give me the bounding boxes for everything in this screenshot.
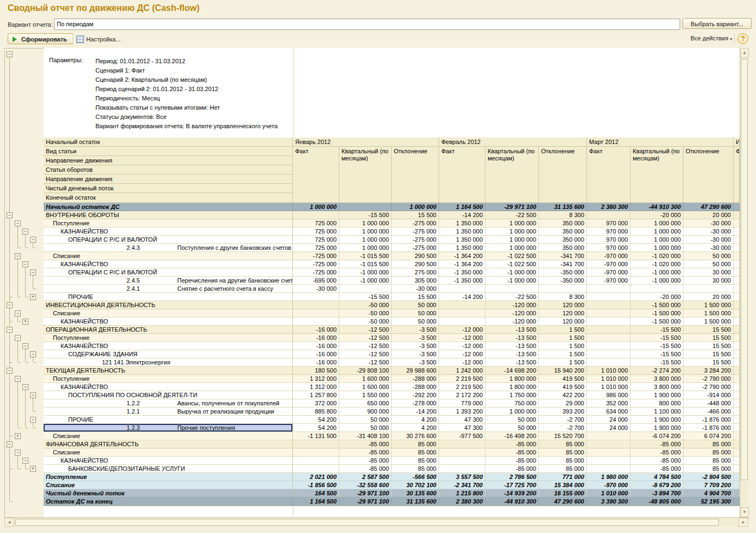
value-cell[interactable]: 725 000 [293, 236, 339, 244]
value-cell[interactable]: 970 000 [587, 227, 631, 236]
value-cell[interactable] [439, 285, 485, 293]
value-cell[interactable]: -16 000 [293, 342, 339, 350]
value-cell[interactable]: 419 500 [539, 383, 587, 391]
value-cell[interactable]: 1 312 000 [293, 383, 339, 391]
value-cell[interactable]: 31 135 600 [392, 498, 439, 506]
value-cell[interactable]: -85 000 [485, 465, 539, 473]
value-cell[interactable]: 1 350 000 [439, 219, 485, 227]
value-cell[interactable]: 2 786 500 [485, 473, 539, 481]
value-cell[interactable] [587, 342, 631, 350]
value-cell[interactable]: 1 010 000 [587, 489, 631, 498]
value-cell[interactable]: -13 500 [485, 326, 539, 334]
row-label[interactable]: Поступление [44, 375, 293, 383]
value-cell[interactable]: -695 000 [293, 277, 339, 285]
value-cell[interactable]: 1 257 800 [293, 391, 339, 399]
value-cell[interactable] [339, 285, 392, 293]
value-cell[interactable]: 350 000 [539, 236, 587, 244]
value-cell[interactable]: -85 000 [339, 440, 392, 448]
value-cell[interactable]: 1 900 000 [631, 416, 683, 424]
value-cell[interactable] [587, 432, 631, 440]
value-cell[interactable] [293, 457, 339, 465]
value-cell[interactable]: -16 498 200 [485, 432, 539, 440]
value-cell[interactable]: 393 200 [539, 408, 587, 416]
value-cell[interactable]: 2 021 000 [293, 473, 339, 481]
value-cell[interactable]: 50 000 [683, 252, 734, 260]
value-cell[interactable]: -2 790 000 [683, 375, 734, 383]
value-cell[interactable]: 1 000 000 [392, 203, 439, 211]
clipped-total-cell[interactable] [734, 448, 740, 457]
clipped-total-cell[interactable] [734, 334, 740, 342]
value-cell[interactable]: -20 000 [631, 293, 683, 301]
value-cell[interactable]: 1 215 800 [439, 489, 485, 498]
value-cell[interactable]: 85 000 [683, 457, 734, 465]
value-cell[interactable]: 15 940 200 [539, 367, 587, 375]
value-cell[interactable] [587, 285, 631, 293]
value-cell[interactable]: 1 393 200 [439, 408, 485, 416]
value-cell[interactable]: 2 587 500 [339, 473, 392, 481]
value-cell[interactable]: 120 000 [539, 309, 587, 318]
value-cell[interactable]: 634 000 [587, 408, 631, 416]
row-label[interactable]: Списание [44, 448, 293, 457]
value-cell[interactable]: -14 200 [392, 408, 439, 416]
value-cell[interactable] [587, 350, 631, 358]
value-cell[interactable]: -85 000 [485, 448, 539, 457]
clipped-total-cell[interactable] [734, 440, 740, 448]
value-cell[interactable]: 1 350 000 [439, 236, 485, 244]
clipped-total-cell[interactable] [734, 203, 740, 211]
value-cell[interactable]: -32 558 600 [339, 481, 392, 489]
value-cell[interactable]: 1 800 000 [485, 375, 539, 383]
value-cell[interactable]: 1 000 000 [485, 244, 539, 252]
value-cell[interactable]: -15 500 [631, 326, 683, 334]
value-cell[interactable]: -50 000 [339, 301, 392, 309]
value-cell[interactable]: 50 000 [392, 309, 439, 318]
value-cell[interactable]: -12 000 [439, 334, 485, 342]
collapse-expander[interactable]: − [30, 392, 36, 398]
value-cell[interactable]: 2 219 500 [439, 375, 485, 383]
value-cell[interactable] [293, 440, 339, 448]
value-cell[interactable]: 970 000 [587, 236, 631, 244]
help-button[interactable]: ? [737, 33, 748, 44]
value-cell[interactable]: -292 200 [392, 391, 439, 399]
clipped-total-cell[interactable] [734, 326, 740, 334]
value-cell[interactable]: -85 000 [631, 465, 683, 473]
clipped-total-cell[interactable] [734, 391, 740, 399]
expand-expander[interactable]: + [15, 433, 21, 439]
value-cell[interactable]: 419 500 [539, 375, 587, 383]
value-cell[interactable] [587, 440, 631, 448]
value-cell[interactable]: -85 000 [339, 448, 392, 457]
value-cell[interactable]: 1 500 000 [683, 301, 734, 309]
value-cell[interactable]: -15 500 [339, 293, 392, 301]
value-cell[interactable] [587, 309, 631, 318]
value-cell[interactable]: 986 000 [587, 391, 631, 399]
scroll-up-arrow-icon[interactable]: ▲ [740, 48, 749, 58]
row-label[interactable]: КАЗНАЧЕЙСТВО [44, 318, 293, 326]
value-cell[interactable]: -15 500 [631, 358, 683, 367]
value-cell[interactable]: -1 856 500 [293, 481, 339, 489]
value-cell[interactable]: 2 219 500 [439, 383, 485, 391]
value-cell[interactable]: -1 876 000 [683, 416, 734, 424]
value-cell[interactable]: -12 000 [439, 350, 485, 358]
value-cell[interactable]: -14 200 [439, 211, 485, 219]
value-cell[interactable]: 4 784 500 [631, 473, 683, 481]
value-cell[interactable]: 275 000 [392, 268, 439, 277]
collapse-expander[interactable]: − [7, 327, 13, 333]
clipped-total-cell[interactable] [734, 227, 740, 236]
value-cell[interactable]: -341 700 [539, 260, 587, 268]
value-cell[interactable]: 4 904 700 [683, 489, 734, 498]
clipped-total-cell[interactable] [734, 498, 740, 506]
value-cell[interactable]: 1 600 000 [339, 383, 392, 391]
collapse-expander[interactable]: − [15, 220, 21, 226]
value-cell[interactable]: -3 500 [392, 358, 439, 367]
row-label[interactable]: ПОСТУПЛЕНИЯ ПО ОСНОВНОЙ ДЕЯТЕЛ-ТИ [44, 391, 293, 399]
clipped-total-cell[interactable] [734, 244, 740, 252]
value-cell[interactable] [587, 358, 631, 367]
value-cell[interactable]: 1 500 000 [683, 318, 734, 326]
value-cell[interactable]: 15 500 [683, 350, 734, 358]
value-cell[interactable]: -970 000 [587, 252, 631, 260]
value-cell[interactable]: -1 500 000 [631, 318, 683, 326]
row-label[interactable]: Списание [44, 481, 293, 489]
value-cell[interactable]: 6 074 200 [683, 432, 734, 440]
value-cell[interactable]: -16 000 [293, 350, 339, 358]
value-cell[interactable]: 1 000 000 [485, 219, 539, 227]
value-cell[interactable]: -85 000 [339, 457, 392, 465]
